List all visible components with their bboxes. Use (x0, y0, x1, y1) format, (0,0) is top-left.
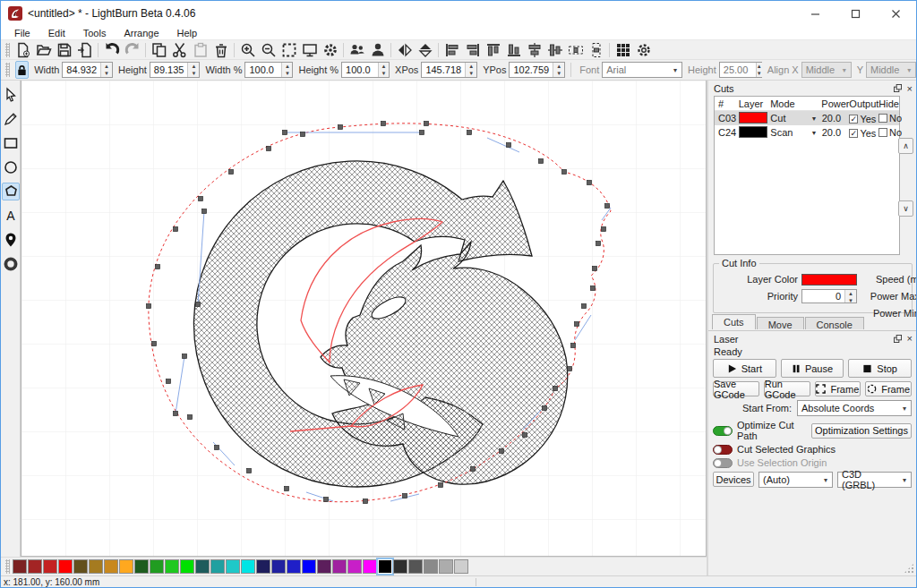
layer-color-swatch[interactable] (739, 126, 767, 138)
frame-circle-button[interactable]: Frame (865, 381, 912, 396)
tab-console[interactable]: Console (805, 317, 864, 329)
zoom-out-button[interactable] (258, 41, 279, 59)
edit-node-handle[interactable] (424, 122, 429, 126)
toolbar-grip[interactable] (5, 63, 10, 77)
output-checkbox[interactable]: ✓Yes (849, 114, 876, 124)
paste-button[interactable] (190, 41, 210, 59)
position-tool[interactable] (2, 231, 20, 249)
palette-swatch-c22[interactable] (347, 559, 362, 574)
edit-node-handle[interactable] (420, 131, 424, 135)
menu-arrange[interactable]: Arrange (116, 27, 167, 39)
workspace-canvas[interactable] (21, 81, 707, 557)
machine-settings-button[interactable] (633, 41, 654, 59)
align-x-combo[interactable]: Middle▾ (801, 62, 852, 78)
priority-field[interactable]: 0▲▼ (801, 289, 857, 303)
edit-node-handle[interactable] (247, 469, 252, 473)
palette-swatch-c27[interactable] (424, 559, 438, 574)
layer-color-swatch[interactable] (739, 112, 767, 124)
distribute-vertical-button[interactable] (586, 41, 606, 59)
use-selection-origin-toggle[interactable] (713, 458, 733, 468)
save-gcode-button[interactable]: Save GCode (713, 381, 759, 396)
edit-node-handle[interactable] (196, 303, 201, 307)
edit-node-handle[interactable] (167, 379, 171, 384)
edit-node-handle[interactable] (324, 498, 329, 502)
palette-swatch-c17[interactable] (271, 559, 286, 574)
hide-checkbox[interactable]: No (878, 113, 902, 124)
undo-button[interactable] (101, 41, 122, 59)
palette-swatch-c06[interactable] (104, 559, 118, 574)
palette-swatch-c03[interactable] (58, 559, 73, 574)
palette-swatch-c28[interactable] (439, 559, 453, 574)
align-bottom-button[interactable] (503, 41, 524, 59)
ypos-field[interactable]: 102.759▲▼ (509, 62, 565, 78)
device-settings-button[interactable] (320, 41, 340, 59)
palette-swatch-c15[interactable] (241, 559, 255, 574)
edit-node-handle[interactable] (267, 147, 271, 151)
layer-move-up-button[interactable]: ∧ (898, 138, 913, 154)
palette-swatch-c00[interactable] (13, 559, 27, 574)
delete-button[interactable] (210, 41, 231, 59)
palette-swatch-c26[interactable] (408, 559, 423, 574)
width-field[interactable]: 84.932▲▼ (62, 62, 113, 78)
edit-node-handle[interactable] (562, 170, 567, 175)
menu-tools[interactable]: Tools (75, 27, 115, 39)
zoom-in-button[interactable] (237, 41, 258, 59)
edit-node-handle[interactable] (174, 227, 178, 232)
optimization-settings-button[interactable]: Optimization Settings (811, 423, 912, 439)
palette-swatch-c14[interactable] (226, 559, 240, 574)
redo-button[interactable] (122, 41, 142, 59)
edit-node-handle[interactable] (539, 159, 544, 164)
copy-button[interactable] (149, 41, 169, 59)
panel-resize-grip[interactable] (904, 563, 914, 574)
palette-swatch-c12[interactable] (195, 559, 210, 574)
palette-swatch-c07[interactable] (119, 559, 133, 574)
edit-node-handle[interactable] (523, 433, 527, 438)
tab-move[interactable]: Move (757, 317, 804, 329)
tab-cuts[interactable]: Cuts (712, 314, 756, 329)
height-spinner[interactable]: ▲▼ (187, 63, 199, 77)
frame-selection-button[interactable] (279, 41, 299, 59)
minimize-button[interactable] (795, 1, 836, 26)
text-tool[interactable]: A (2, 207, 20, 225)
font-height-spinner[interactable]: ▲▼ (756, 63, 762, 77)
edit-node-handle[interactable] (591, 286, 596, 291)
height-field[interactable]: 89.135▲▼ (150, 62, 201, 78)
stop-button[interactable]: Stop (848, 359, 912, 378)
edit-node-handle[interactable] (152, 342, 157, 346)
lock-aspect-button[interactable] (15, 61, 29, 79)
palette-swatch-c25[interactable] (393, 559, 407, 574)
maximize-button[interactable] (836, 1, 876, 26)
align-right-button[interactable] (462, 41, 483, 59)
start-button[interactable]: Start (713, 359, 776, 378)
open-file-button[interactable] (33, 41, 54, 59)
align-left-button[interactable] (441, 41, 462, 59)
layer-row-c03[interactable]: C03 Cut▼ 20.0 ✓Yes No (715, 111, 899, 125)
align-y-combo[interactable]: Middle▾ (866, 62, 916, 78)
ellipse-tool[interactable] (2, 158, 20, 176)
palette-swatch-c29[interactable] (454, 559, 468, 574)
palette-swatch-c04[interactable] (73, 559, 88, 574)
import-file-button[interactable] (74, 41, 95, 59)
edit-node-handle[interactable] (582, 304, 587, 309)
palette-swatch-c18[interactable] (287, 559, 301, 574)
edit-node-handle[interactable] (507, 143, 511, 148)
edit-node-handle[interactable] (471, 467, 476, 472)
edit-node-handle[interactable] (147, 304, 151, 309)
layer-move-down-button[interactable]: ∨ (898, 200, 913, 217)
palette-swatch-c24[interactable] (378, 559, 392, 574)
polygon-tool[interactable] (2, 183, 20, 200)
toolbar-grip[interactable] (5, 43, 10, 57)
edit-node-handle[interactable] (500, 449, 504, 454)
distribute-horizontal-button[interactable] (565, 41, 586, 59)
flip-horizontal-button[interactable] (394, 41, 415, 59)
edit-node-handle[interactable] (596, 242, 601, 246)
select-tool[interactable] (2, 86, 20, 104)
output-checkbox[interactable]: ✓Yes (849, 128, 876, 139)
edit-node-handle[interactable] (543, 406, 547, 411)
palette-swatch-c16[interactable] (256, 559, 270, 574)
close-panel-icon[interactable]: × (907, 335, 913, 343)
flip-vertical-button[interactable] (415, 41, 435, 59)
edit-node-handle[interactable] (339, 125, 343, 130)
layer-row-c24[interactable]: C24 Scan▼ 20.0 ✓Yes No (715, 125, 899, 140)
float-panel-icon[interactable] (894, 334, 902, 345)
